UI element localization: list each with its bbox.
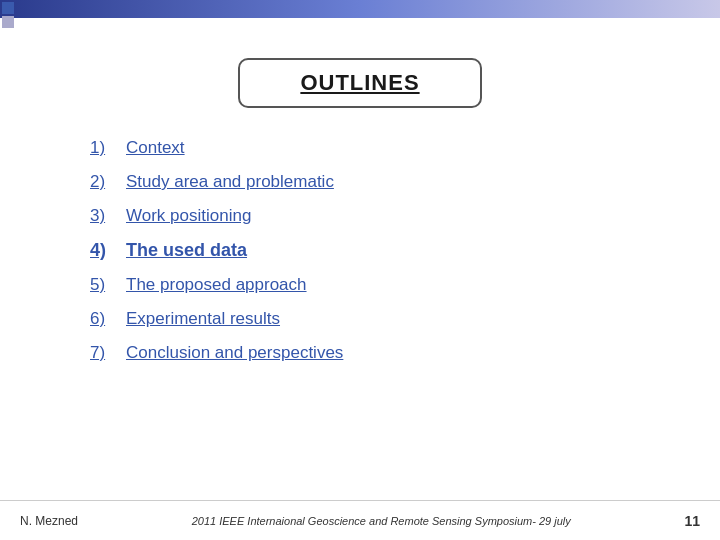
outline-item-label[interactable]: The proposed approach bbox=[126, 275, 307, 295]
main-content: OUTLINES 1)Context2)Study area and probl… bbox=[0, 18, 720, 500]
outline-item-label[interactable]: Study area and problematic bbox=[126, 172, 334, 192]
outline-item-number: 2) bbox=[90, 172, 118, 192]
outline-item-number: 6) bbox=[90, 309, 118, 329]
outline-item-number: 1) bbox=[90, 138, 118, 158]
outline-item-number: 5) bbox=[90, 275, 118, 295]
outline-item-label[interactable]: Context bbox=[126, 138, 185, 158]
outline-item: 5)The proposed approach bbox=[90, 275, 650, 295]
title-box: OUTLINES bbox=[238, 58, 481, 108]
outline-item: 4)The used data bbox=[90, 240, 650, 261]
outline-list: 1)Context2)Study area and problematic3)W… bbox=[70, 138, 650, 363]
outline-item-label[interactable]: The used data bbox=[126, 240, 247, 261]
outline-item-label[interactable]: Work positioning bbox=[126, 206, 251, 226]
outline-item: 3)Work positioning bbox=[90, 206, 650, 226]
outline-item-label[interactable]: Experimental results bbox=[126, 309, 280, 329]
outline-item-number: 4) bbox=[90, 240, 118, 261]
outline-item-number: 7) bbox=[90, 343, 118, 363]
footer: N. Mezned 2011 IEEE Internaional Geoscie… bbox=[0, 500, 720, 540]
footer-author: N. Mezned bbox=[20, 514, 78, 528]
square-blue bbox=[2, 2, 14, 14]
outline-item: 7)Conclusion and perspectives bbox=[90, 343, 650, 363]
footer-page-number: 11 bbox=[684, 513, 700, 529]
outline-item-label[interactable]: Conclusion and perspectives bbox=[126, 343, 343, 363]
slide-title: OUTLINES bbox=[300, 70, 419, 95]
footer-conference: 2011 IEEE Internaional Geoscience and Re… bbox=[192, 515, 571, 527]
top-decorative-bar bbox=[0, 0, 720, 18]
outline-item: 2)Study area and problematic bbox=[90, 172, 650, 192]
outline-item-number: 3) bbox=[90, 206, 118, 226]
outline-item: 6)Experimental results bbox=[90, 309, 650, 329]
outline-item: 1)Context bbox=[90, 138, 650, 158]
